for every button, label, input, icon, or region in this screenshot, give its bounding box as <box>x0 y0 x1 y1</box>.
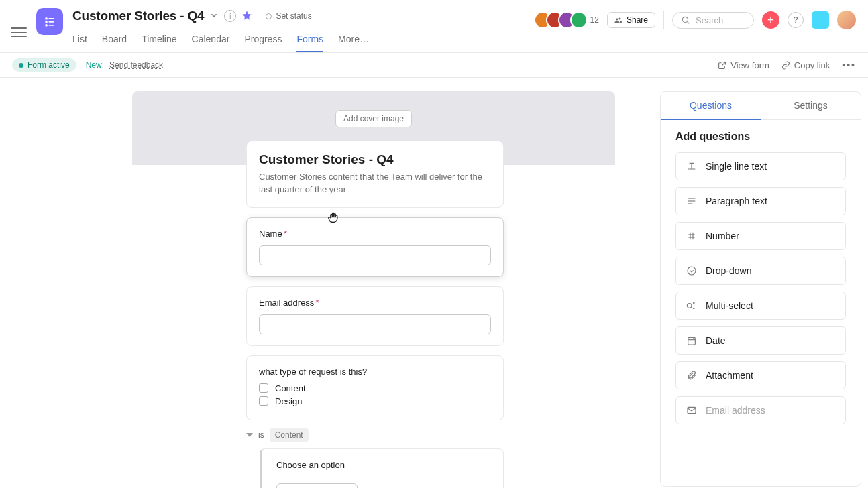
qtype-email[interactable]: Email address <box>675 396 846 424</box>
tab-timeline[interactable]: Timeline <box>142 29 176 52</box>
view-form-label: View form <box>730 60 769 70</box>
svg-line-7 <box>688 22 690 24</box>
help-icon[interactable]: ? <box>788 12 804 28</box>
dropdown-icon <box>686 265 698 276</box>
set-status-label: Set status <box>276 11 311 21</box>
tab-list[interactable]: List <box>72 29 87 52</box>
checkbox-option-design[interactable]: Design <box>259 396 491 406</box>
branch-is-label: is <box>258 430 264 440</box>
add-cover-image-button[interactable]: Add cover image <box>335 110 412 127</box>
questions-sidebar: Questions Settings Add questions Single … <box>660 91 861 487</box>
qtype-single-line[interactable]: Single line text <box>675 152 846 180</box>
tab-forms[interactable]: Forms <box>296 29 323 52</box>
qtype-label: Multi-select <box>706 300 753 311</box>
checkbox-icon[interactable] <box>259 396 268 406</box>
info-icon[interactable]: i <box>224 10 236 22</box>
svg-rect-1 <box>48 18 54 19</box>
tab-board[interactable]: Board <box>102 29 127 52</box>
view-form-button[interactable]: View form <box>718 60 769 70</box>
qtype-date[interactable]: Date <box>675 326 846 355</box>
hamburger-menu-icon[interactable] <box>11 24 27 40</box>
subbar-right: View form Copy link ••• <box>718 60 856 70</box>
branch-field-card[interactable]: Choose an option Choose one… <box>260 448 504 488</box>
app-header: Customer Stories - Q4 i Set status List … <box>0 0 868 53</box>
global-add-button[interactable]: + <box>762 11 779 29</box>
more-menu-icon[interactable]: ••• <box>842 60 856 70</box>
form-field-email[interactable]: Email address* <box>246 286 504 346</box>
status-dot-icon <box>266 13 272 19</box>
paragraph-icon <box>686 196 698 206</box>
branch-condition-bar[interactable]: is Content <box>246 428 615 442</box>
workspace-swatch[interactable] <box>812 11 829 29</box>
avatar[interactable] <box>570 11 588 29</box>
add-questions-heading: Add questions <box>675 131 846 143</box>
qtype-paragraph[interactable]: Paragraph text <box>675 187 846 215</box>
tab-calendar[interactable]: Calendar <box>192 29 230 52</box>
collaborator-avatars[interactable]: 12 <box>534 11 599 29</box>
form-description[interactable]: Customer Stories content that the Team w… <box>259 171 491 196</box>
share-button[interactable]: Share <box>607 12 655 28</box>
project-title[interactable]: Customer Stories - Q4 <box>72 9 204 23</box>
caret-down-icon[interactable] <box>246 433 253 437</box>
svg-point-18 <box>693 308 695 310</box>
svg-point-6 <box>682 17 688 22</box>
set-status-button[interactable]: Set status <box>260 10 317 22</box>
form-subbar: Form active New! Send feedback View form… <box>0 53 868 78</box>
star-icon[interactable] <box>241 10 252 23</box>
svg-rect-19 <box>688 337 696 345</box>
number-icon <box>686 231 698 241</box>
project-nav-tabs: List Board Timeline Calendar Progress Fo… <box>72 29 369 52</box>
form-canvas: Add cover image Customer Stories - Q4 Cu… <box>0 78 660 488</box>
new-badge: New! <box>86 60 104 70</box>
form-status-label: Form active <box>28 60 70 70</box>
name-label: Name <box>259 229 282 239</box>
required-asterisk: * <box>315 298 319 308</box>
qtype-dropdown[interactable]: Drop-down <box>675 257 846 285</box>
svg-rect-4 <box>45 24 47 26</box>
sidebar-body: Add questions Single line text Paragraph… <box>661 120 861 442</box>
form-field-name[interactable]: Name* <box>246 217 504 277</box>
email-label: Email address <box>259 298 314 308</box>
qtype-attachment[interactable]: Attachment <box>675 361 846 389</box>
header-right: 12 Share Search + ? <box>534 7 856 34</box>
chevron-down-icon[interactable] <box>209 11 219 22</box>
divider <box>663 11 664 29</box>
tab-progress[interactable]: Progress <box>244 29 282 52</box>
header-left: Customer Stories - Q4 i Set status List … <box>11 7 369 52</box>
svg-point-16 <box>687 304 692 308</box>
option-label: Design <box>275 396 302 406</box>
avatar-overflow-count: 12 <box>590 15 599 25</box>
svg-rect-0 <box>45 17 47 19</box>
qtype-multiselect[interactable]: Multi-select <box>675 292 846 320</box>
sidebar-tab-settings[interactable]: Settings <box>761 92 861 120</box>
multiselect-icon <box>686 300 698 311</box>
sidebar-tab-questions[interactable]: Questions <box>661 92 761 120</box>
status-indicator-icon <box>19 63 23 68</box>
tab-more[interactable]: More… <box>338 29 369 52</box>
text-icon <box>686 161 698 172</box>
form-field-request-type[interactable]: what type of request is this? Content De… <box>246 355 504 420</box>
branch-select[interactable]: Choose one… <box>276 483 358 488</box>
form-header-card[interactable]: Customer Stories - Q4 Customer Stories c… <box>246 141 504 208</box>
checkbox-option-content[interactable]: Content <box>259 383 491 393</box>
user-avatar[interactable] <box>837 11 856 29</box>
send-feedback-link[interactable]: Send feedback <box>109 60 163 70</box>
field-label: Name* <box>259 229 491 239</box>
form-status-pill[interactable]: Form active <box>12 58 76 72</box>
search-placeholder: Search <box>696 15 723 25</box>
search-input[interactable]: Search <box>672 12 754 29</box>
email-input[interactable] <box>259 314 491 334</box>
title-row: Customer Stories - Q4 i Set status <box>72 7 369 25</box>
project-icon[interactable] <box>36 8 63 35</box>
copy-link-button[interactable]: Copy link <box>781 60 830 70</box>
svg-rect-2 <box>45 21 47 23</box>
required-asterisk: * <box>284 229 287 239</box>
title-block: Customer Stories - Q4 i Set status List … <box>72 7 369 52</box>
form-title[interactable]: Customer Stories - Q4 <box>259 152 491 167</box>
checkbox-icon[interactable] <box>259 383 268 393</box>
qtype-number[interactable]: Number <box>675 222 846 250</box>
name-input[interactable] <box>259 245 491 265</box>
copy-link-label: Copy link <box>794 60 830 70</box>
form-container: Add cover image Customer Stories - Q4 Cu… <box>132 91 615 488</box>
branch-value-chip[interactable]: Content <box>270 428 309 442</box>
